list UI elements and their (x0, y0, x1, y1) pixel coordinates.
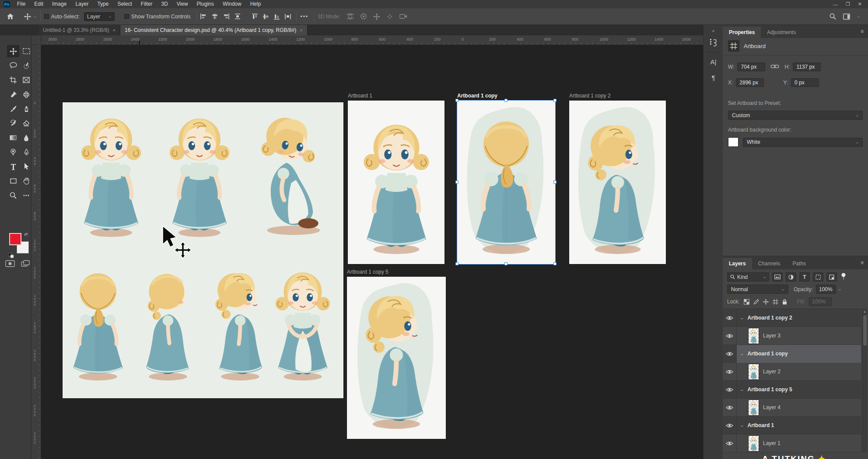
3d-roll-icon[interactable] (360, 13, 367, 20)
distribute-vertical-icon[interactable] (285, 14, 291, 19)
tab-close-icon[interactable]: × (300, 28, 302, 33)
eye-icon[interactable] (726, 423, 733, 428)
path-select-tool[interactable] (20, 160, 32, 173)
menu-edit[interactable]: Edit (30, 0, 48, 8)
workspace-chevron-icon[interactable]: ⌄ (857, 14, 861, 18)
artboard-name-label[interactable]: Artboard 1 copy 2 (569, 93, 611, 99)
layer-name[interactable]: Layer 3 (763, 333, 780, 339)
layer-group-row-artboard-1-copy-2[interactable]: ⌄Artboard 1 copy 2 (723, 309, 861, 327)
lock-image-icon[interactable] (753, 299, 759, 305)
canvas[interactable]: Artboard 1Artboard 1 copyArtboard 1 copy… (41, 45, 703, 459)
menu-filter[interactable]: Filter (136, 0, 157, 8)
group-expand-chevron-icon[interactable]: ⌄ (739, 316, 744, 320)
history-brush-tool[interactable] (7, 117, 19, 129)
layer-group-name[interactable]: Artboard 1 copy 5 (748, 386, 792, 393)
lock-artboard-icon[interactable] (773, 299, 778, 305)
artboard-artboard-1-copy-5[interactable] (347, 277, 446, 439)
gradient-tool[interactable] (7, 132, 19, 144)
document-tab-1[interactable]: Untitled-1 @ 33.3% (RGB/8)× (38, 25, 120, 35)
search-icon[interactable] (830, 13, 836, 20)
move-tool[interactable] (7, 45, 19, 57)
menu-window[interactable]: Window (218, 0, 246, 8)
layer-row-layer-3[interactable]: Layer 3 (723, 327, 861, 345)
more-tools-tool[interactable] (20, 189, 32, 202)
3d-dolly-icon[interactable] (399, 14, 407, 19)
lasso-tool[interactable] (7, 59, 19, 72)
lock-transparency-icon[interactable] (744, 299, 749, 305)
eye-icon[interactable] (726, 405, 733, 410)
artboard-artboard-1[interactable] (348, 101, 444, 264)
preset-dropdown[interactable]: Custom⌄ (728, 111, 863, 120)
align-vertical-centers-icon[interactable] (263, 14, 269, 20)
menu-plugins[interactable]: Plugins (192, 0, 218, 8)
screen-mode-button[interactable] (21, 260, 30, 269)
type-tool[interactable] (7, 160, 19, 173)
align-horizontal-centers-icon[interactable] (212, 14, 218, 19)
menu-file[interactable]: File (13, 0, 30, 8)
dodge-tool[interactable] (7, 146, 19, 158)
brush-tool[interactable] (7, 103, 19, 115)
visibility-toggle[interactable] (723, 435, 737, 452)
layer-name[interactable]: Layer 1 (763, 440, 780, 446)
crop-tool[interactable] (7, 74, 19, 86)
move-tool-icon[interactable] (24, 13, 31, 20)
restore-button[interactable]: ❐ (846, 1, 850, 7)
marquee-tool[interactable] (20, 45, 32, 57)
lock-position-icon[interactable] (763, 299, 769, 305)
menu-layer[interactable]: Layer (71, 0, 93, 8)
tool-preset-chevron-icon[interactable]: ⌄ (33, 14, 37, 18)
menu-view[interactable]: View (172, 0, 192, 8)
filter-type-layers-icon[interactable]: T (799, 272, 810, 282)
visibility-toggle[interactable] (723, 363, 737, 381)
scroll-thumb[interactable] (863, 315, 867, 346)
collapse-dock-icon[interactable]: « (704, 28, 723, 33)
tab-paths[interactable]: Paths (786, 258, 812, 269)
artboard-name-label[interactable]: Artboard 1 copy (457, 93, 497, 99)
visibility-toggle[interactable] (723, 399, 737, 417)
eye-icon[interactable] (726, 441, 733, 446)
layer-row-layer-1[interactable]: Layer 1 (723, 435, 861, 452)
panel-menu-icon[interactable]: ≡ (861, 260, 864, 266)
lock-all-icon[interactable] (782, 299, 787, 305)
align-more-icon[interactable]: ••• (300, 14, 308, 20)
menu-type[interactable]: Type (93, 0, 113, 8)
layer-thumbnail[interactable] (748, 400, 759, 416)
home-icon[interactable] (7, 14, 14, 20)
swap-colors-icon[interactable]: ⇄ (24, 232, 28, 236)
opacity-chevron-icon[interactable]: ⌄ (838, 287, 842, 291)
filter-adjustment-layers-icon[interactable] (786, 272, 796, 282)
opacity-field[interactable]: 100% (816, 285, 836, 294)
zoom-tool[interactable] (7, 189, 19, 202)
align-bottom-edges-icon[interactable] (274, 14, 280, 20)
layer-group-row-artboard-1[interactable]: ⌄Artboard 1 (723, 417, 861, 435)
pen-tool[interactable] (20, 146, 32, 158)
x-field[interactable]: 2896 px (736, 78, 764, 87)
show-transform-checkbox[interactable] (124, 14, 129, 19)
eraser-tool[interactable] (20, 117, 32, 129)
align-right-edges-icon[interactable] (223, 14, 229, 19)
artboard-bg-color-dropdown[interactable]: White⌄ (743, 138, 863, 147)
eyedropper-tool[interactable] (7, 88, 19, 101)
layer-thumbnail[interactable] (748, 364, 759, 380)
eye-icon[interactable] (726, 316, 733, 320)
blend-mode-dropdown[interactable]: Normal⌄ (727, 285, 788, 294)
default-colors-icon[interactable] (8, 252, 14, 260)
artboard-bg-color-swatch[interactable] (728, 137, 738, 147)
artboard-name-label[interactable]: Artboard 1 copy 5 (347, 269, 388, 275)
auto-select-checkbox[interactable] (44, 14, 49, 19)
filter-pixel-layers-icon[interactable] (772, 272, 783, 282)
width-field[interactable]: 704 px (737, 63, 765, 71)
layer-name[interactable]: Layer 2 (763, 369, 780, 375)
ruler-origin-corner[interactable] (32, 35, 41, 45)
group-expand-chevron-icon[interactable]: ⌄ (739, 423, 744, 428)
distribute-horizontal-icon[interactable] (234, 14, 241, 19)
character-panel-icon[interactable]: A| (704, 58, 723, 66)
panel-menu-icon[interactable]: ≡ (861, 28, 864, 35)
eye-icon[interactable] (726, 334, 733, 338)
paragraph-panel-icon[interactable]: ¶ (704, 74, 723, 81)
tab-channels[interactable]: Channels (752, 258, 787, 269)
artboard-artboard-1-copy-2[interactable] (569, 101, 666, 264)
filter-shape-layers-icon[interactable] (813, 272, 823, 282)
layer-thumbnail[interactable] (748, 328, 759, 344)
layer-row-layer-4[interactable]: Layer 4 (723, 399, 861, 417)
